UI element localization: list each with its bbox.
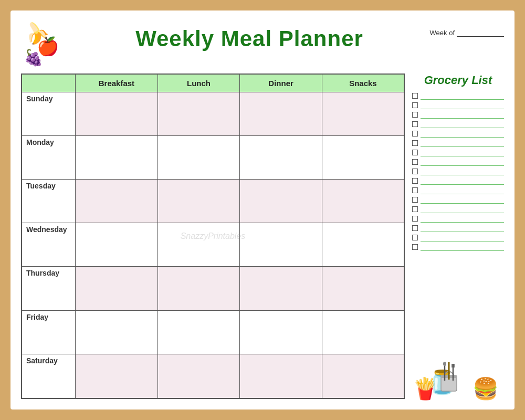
list-item[interactable] (412, 148, 504, 156)
list-item[interactable] (412, 158, 504, 166)
checkbox-9[interactable] (412, 169, 418, 174)
thursday-dinner[interactable] (240, 267, 322, 310)
main-content: SnazzyPrintables Breakfast Lunch Dinner … (21, 74, 504, 399)
list-item[interactable] (412, 120, 504, 128)
friday-snacks[interactable] (322, 310, 404, 354)
checkbox-6[interactable] (412, 140, 418, 146)
list-item[interactable] (412, 233, 504, 242)
day-wednesday: Wednesday (22, 223, 76, 267)
day-thursday: Thursday (22, 267, 76, 310)
title-area: Weekly Meal Planner (79, 21, 420, 51)
item-line-16 (421, 233, 504, 242)
grapes-icon: 🍇 (24, 48, 43, 67)
list-item[interactable] (412, 205, 504, 213)
list-item[interactable] (412, 186, 504, 194)
checkbox-5[interactable] (412, 131, 418, 136)
item-line-5 (421, 129, 504, 138)
monday-breakfast[interactable] (76, 136, 158, 180)
item-line-14 (421, 214, 504, 223)
checkbox-11[interactable] (412, 187, 418, 193)
list-item[interactable] (412, 167, 504, 175)
page-title: Weekly Meal Planner (79, 26, 420, 51)
saturday-dinner[interactable] (240, 354, 322, 398)
monday-snacks[interactable] (322, 136, 404, 180)
tuesday-snacks[interactable] (322, 180, 404, 223)
sunday-lunch[interactable] (158, 92, 240, 136)
list-item[interactable] (412, 243, 504, 251)
checkbox-16[interactable] (412, 235, 418, 240)
col-lunch: Lunch (158, 74, 240, 92)
list-item[interactable] (412, 176, 504, 185)
planner-table-wrap: SnazzyPrintables Breakfast Lunch Dinner … (21, 74, 405, 399)
item-line-15 (421, 224, 504, 232)
item-line-13 (421, 205, 504, 213)
item-line-9 (421, 167, 504, 175)
saturday-snacks[interactable] (322, 354, 404, 398)
item-line-17 (421, 243, 504, 251)
list-item[interactable] (412, 224, 504, 232)
wednesday-lunch[interactable] (158, 223, 240, 267)
col-dinner: Dinner (240, 74, 322, 92)
table-row: Thursday (22, 267, 404, 310)
tuesday-lunch[interactable] (158, 180, 240, 223)
checkbox-10[interactable] (412, 178, 418, 184)
list-item[interactable] (412, 195, 504, 204)
item-line-1 (421, 91, 504, 100)
table-row: Tuesday (22, 180, 404, 223)
list-item[interactable] (412, 139, 504, 147)
thursday-breakfast[interactable] (76, 267, 158, 310)
checkbox-3[interactable] (412, 112, 418, 118)
checkbox-17[interactable] (412, 244, 418, 250)
friday-dinner[interactable] (240, 310, 322, 354)
checkbox-12[interactable] (412, 197, 418, 203)
page: 🍌 🍎 🍇 Weekly Meal Planner Week of Snazzy… (10, 10, 514, 410)
checkbox-14[interactable] (412, 216, 418, 222)
table-row: Sunday (22, 92, 404, 136)
week-of-label: Week of (430, 29, 455, 37)
checkbox-15[interactable] (412, 225, 418, 231)
wednesday-dinner[interactable] (240, 223, 322, 267)
checkbox-7[interactable] (412, 150, 418, 155)
week-of-area: Week of (420, 21, 504, 37)
sunday-snacks[interactable] (322, 92, 404, 136)
item-line-6 (421, 139, 504, 147)
svg-point-8 (443, 362, 446, 366)
wednesday-snacks[interactable] (322, 223, 404, 267)
checkbox-13[interactable] (412, 206, 418, 212)
tuesday-dinner[interactable] (240, 180, 322, 223)
monday-dinner[interactable] (240, 136, 322, 180)
col-breakfast: Breakfast (76, 74, 158, 92)
sunday-breakfast[interactable] (76, 92, 158, 136)
kitchen-decoration: 🍟 🫙 🍔 (412, 357, 504, 399)
list-item[interactable] (412, 110, 504, 119)
list-item[interactable] (412, 214, 504, 223)
list-item[interactable] (412, 101, 504, 109)
saturday-lunch[interactable] (158, 354, 240, 398)
friday-lunch[interactable] (158, 310, 240, 354)
header: 🍌 🍎 🍇 Weekly Meal Planner Week of (21, 21, 504, 68)
list-item[interactable] (412, 91, 504, 100)
planner-table: Breakfast Lunch Dinner Snacks Sunday (21, 74, 405, 399)
corner-header (22, 74, 76, 92)
item-line-12 (421, 195, 504, 204)
checkbox-8[interactable] (412, 159, 418, 165)
checkbox-4[interactable] (412, 121, 418, 127)
saturday-breakfast[interactable] (76, 354, 158, 398)
day-saturday: Saturday (22, 354, 76, 398)
checkbox-1[interactable] (412, 93, 418, 99)
sunday-dinner[interactable] (240, 92, 322, 136)
burger-icon: 🍔 (472, 378, 499, 399)
week-of-input-line (457, 29, 504, 37)
grocery-list-title: Grocery List (412, 74, 504, 87)
friday-breakfast[interactable] (76, 310, 158, 354)
list-item[interactable] (412, 129, 504, 138)
checkbox-2[interactable] (412, 102, 418, 108)
tuesday-breakfast[interactable] (76, 180, 158, 223)
week-of-line: Week of (430, 29, 504, 37)
thursday-snacks[interactable] (322, 267, 404, 310)
thursday-lunch[interactable] (158, 267, 240, 310)
item-line-2 (421, 101, 504, 109)
table-row: Saturday (22, 354, 404, 398)
monday-lunch[interactable] (158, 136, 240, 180)
wednesday-breakfast[interactable] (76, 223, 158, 267)
